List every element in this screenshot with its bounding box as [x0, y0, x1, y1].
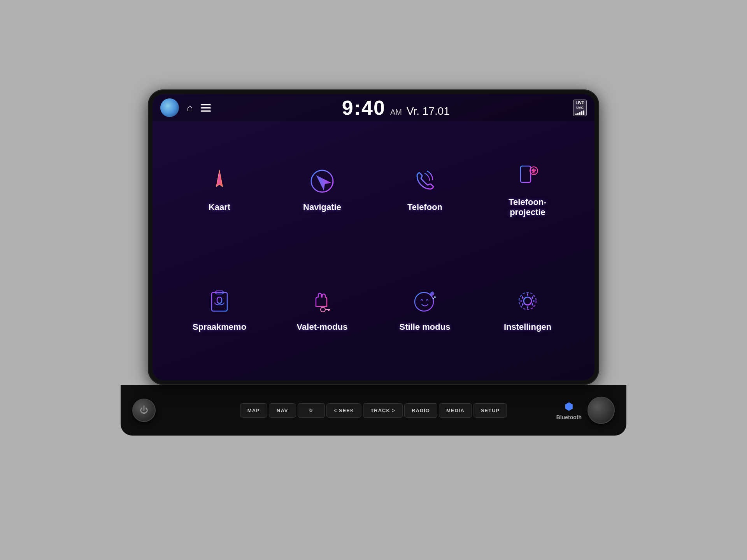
bluetooth-label: Bluetooth	[556, 414, 582, 420]
power-button[interactable]: ⏻	[132, 399, 156, 422]
spraakmemo-icon	[204, 285, 235, 317]
telefoon-projectie-label: Telefoon- projectie	[509, 197, 546, 218]
status-bar: ⌂ 9:40 AM Vr. 17.01 LIVE UVC	[153, 94, 594, 121]
hardware-controls: ⏻ MAP NAV ☆ < SEEK TRACK > RADIO MEDIA S…	[121, 385, 626, 436]
stille-modus-icon	[409, 285, 440, 317]
svg-point-24	[433, 298, 434, 299]
stille-modus-label: Stille modus	[400, 322, 451, 332]
navigatie-label: Navigatie	[303, 202, 341, 212]
avatar	[160, 98, 179, 117]
menu-button[interactable]	[201, 104, 211, 112]
navigatie-icon	[307, 166, 338, 197]
infotainment-screen: ⌂ 9:40 AM Vr. 17.01 LIVE UVC	[153, 94, 594, 380]
svg-point-12	[534, 169, 536, 171]
instellingen-label: Instellingen	[504, 322, 551, 332]
nav-button[interactable]: NAV	[269, 403, 296, 418]
home-button[interactable]: ⌂	[187, 102, 193, 114]
live-label: LIVE	[575, 101, 584, 105]
svg-rect-15	[217, 297, 222, 303]
date-display: Vr. 17.01	[407, 105, 450, 117]
power-icon: ⏻	[140, 405, 148, 415]
app-grid: Kaart	[153, 121, 594, 380]
screen-bezel: ⌂ 9:40 AM Vr. 17.01 LIVE UVC	[148, 89, 599, 385]
svg-point-11	[532, 169, 533, 171]
instellingen-icon	[512, 285, 543, 317]
valet-modus-icon	[307, 285, 338, 317]
telefoon-app[interactable]: Telefoon	[377, 133, 472, 245]
map-button[interactable]: MAP	[240, 403, 267, 418]
car-infotainment-unit: ⌂ 9:40 AM Vr. 17.01 LIVE UVC	[121, 89, 626, 471]
spraakmemo-label: Spraakmemo	[193, 322, 246, 332]
valet-modus-app[interactable]: Valet-modus	[275, 253, 370, 365]
stille-modus-app[interactable]: Stille modus	[377, 253, 472, 365]
media-button[interactable]: MEDIA	[439, 403, 472, 418]
instellingen-app[interactable]: Instellingen	[480, 253, 575, 365]
uvc-label: UVC	[576, 106, 584, 110]
track-fwd-button[interactable]: TRACK >	[363, 403, 403, 418]
fav-button[interactable]: ☆	[298, 403, 325, 418]
kaart-app[interactable]: Kaart	[172, 133, 267, 245]
telefoon-projectie-icon	[512, 161, 543, 192]
spraakmemo-app[interactable]: Spraakmemo	[172, 253, 267, 365]
time-date-area: 9:40 AM Vr. 17.01	[219, 96, 573, 119]
valet-modus-label: Valet-modus	[297, 322, 348, 332]
telefoon-icon	[409, 166, 440, 197]
svg-point-23	[434, 296, 436, 298]
svg-marker-0	[216, 170, 223, 187]
seek-back-button[interactable]: < SEEK	[326, 403, 362, 418]
navigatie-app[interactable]: Navigatie	[275, 133, 370, 245]
signal-strength	[575, 110, 584, 115]
bluetooth-indicator: ⬢ Bluetooth	[556, 401, 582, 420]
bluetooth-icon: ⬢	[565, 401, 573, 413]
svg-point-18	[321, 307, 325, 312]
telefoon-projectie-app[interactable]: Telefoon- projectie	[480, 133, 575, 245]
hardware-button-row: MAP NAV ☆ < SEEK TRACK > RADIO MEDIA SET…	[193, 403, 554, 418]
telefoon-label: Telefoon	[407, 202, 442, 212]
volume-knob[interactable]	[587, 397, 615, 424]
ampm-display: AM	[390, 108, 402, 117]
kaart-label: Kaart	[209, 202, 230, 212]
kaart-icon	[204, 166, 235, 197]
setup-button[interactable]: SETUP	[473, 403, 507, 418]
radio-button[interactable]: RADIO	[404, 403, 437, 418]
clock-display: 9:40	[342, 96, 386, 119]
svg-point-25	[524, 297, 531, 305]
svg-rect-5	[521, 166, 531, 182]
live-badge: LIVE UVC	[573, 100, 587, 116]
